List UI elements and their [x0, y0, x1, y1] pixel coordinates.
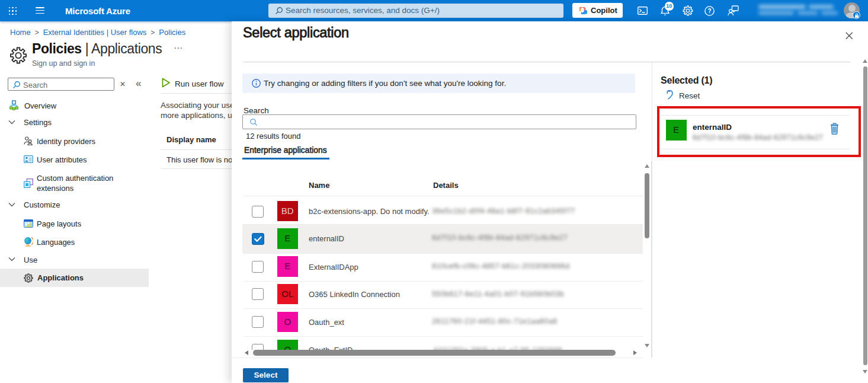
svg-text:?: ?	[707, 8, 711, 14]
